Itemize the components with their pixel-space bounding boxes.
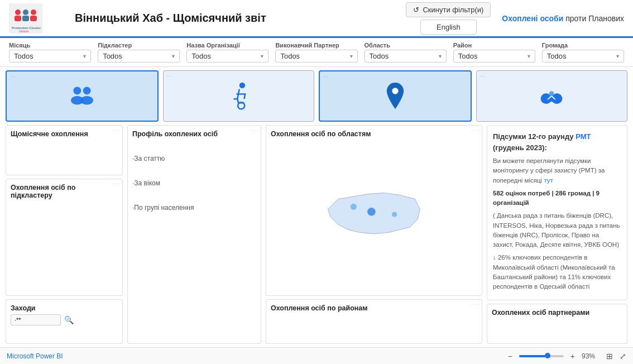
oblast-select[interactable]: Todos ▾ — [365, 50, 447, 63]
month-label: Місяць — [9, 42, 91, 49]
loading-indicator: · · · — [10, 74, 15, 80]
handshake-icon — [537, 82, 566, 111]
loading-dots: · · · — [112, 127, 119, 133]
oblast-filter: Область Todos ▾ — [365, 42, 447, 63]
org-label: Назва Організації — [186, 42, 268, 49]
subcluster-coverage-card: · · · Охоплення осіб по підкластеру — [6, 179, 123, 296]
svg-point-10 — [83, 87, 90, 95]
svg-point-3 — [31, 9, 36, 15]
rayon-coverage-title: Охоплення осіб по районам — [271, 304, 477, 312]
loading-indicator: · · · — [323, 74, 328, 80]
org-filter: Назва Організації Todos ▾ — [186, 42, 268, 63]
hromada-select[interactable]: Todos ▾ — [542, 50, 624, 63]
rayon-select[interactable]: Todos ▾ — [453, 50, 535, 63]
pmt-orgs-text: ( Данська рада з питань біженців (DRC), … — [493, 211, 621, 250]
footer: Microsoft Power BI − + 93% ⊞ ⤢ — [0, 347, 633, 364]
subcluster-label: Підкластер — [98, 42, 180, 49]
chevron-down-icon: ▾ — [350, 53, 353, 59]
hromada-label: Громада — [542, 42, 624, 49]
measures-card: Заходи 🔍 — [6, 299, 123, 344]
by-sex-label: ·За статтю — [132, 155, 256, 162]
svg-point-9 — [73, 87, 81, 95]
pmt-card: Підсумки 12-го раунду РМТ (грудень 2023)… — [487, 125, 627, 300]
loading-dots: · · · — [472, 127, 479, 133]
footer-right: − + 93% ⊞ ⤢ — [508, 352, 626, 361]
pmt-stats-text: 582 оцінок потреб | 286 громад | 9 орган… — [493, 189, 621, 208]
chevron-down-icon: ▾ — [172, 53, 175, 59]
chevron-down-icon: ▾ — [616, 53, 619, 59]
subcluster-coverage-title: Охоплення осіб по підкластеру — [11, 184, 118, 199]
svg-rect-6 — [30, 16, 37, 21]
expand-icon[interactable]: ⤢ — [620, 352, 626, 361]
powerbi-link[interactable]: Microsoft Power BI — [7, 352, 63, 360]
svg-point-17 — [367, 208, 376, 216]
english-button[interactable]: English — [420, 20, 477, 35]
loading-dots: · · · — [251, 127, 258, 133]
chevron-down-icon: ▾ — [83, 53, 86, 59]
monthly-coverage-card: · · · Щомісячне охоплення — [6, 125, 123, 175]
filter-bar: Місяць Todos ▾ Підкластер Todos ▾ Назва … — [0, 38, 633, 67]
pmt-title: Підсумки 12-го раунду РМТ (грудень 2023)… — [493, 131, 621, 153]
zoom-slider[interactable] — [519, 355, 564, 357]
svg-point-13 — [239, 83, 245, 88]
partners-coverage-title: Охоплених осіб партнерами — [492, 309, 622, 317]
ukraine-map-visual — [321, 184, 427, 245]
covered-persons-link[interactable]: Охоплені особи — [502, 14, 563, 23]
rayon-filter: Район Todos ▾ — [453, 42, 535, 63]
svg-point-1 — [15, 9, 21, 15]
icon-card-people[interactable]: · · · — [6, 70, 159, 122]
rayon-coverage-card: · · · Охоплення осіб по районам — [266, 299, 482, 344]
partner-label: Виконавчий Партнер — [275, 42, 357, 49]
fit-to-window-icon[interactable]: ⊞ — [606, 352, 613, 361]
month-filter: Місяць Todos ▾ — [9, 42, 91, 63]
logo-icon: Protection Cluster Ukraine — [9, 3, 42, 33]
svg-point-12 — [80, 96, 93, 105]
svg-point-2 — [23, 9, 28, 15]
chevron-down-icon: ▾ — [439, 53, 442, 59]
svg-point-15 — [392, 88, 398, 94]
zoom-thumb — [545, 353, 550, 358]
pmt-link[interactable]: РМТ — [576, 132, 591, 141]
header-controls: ↺ Скинути фільтр(и) English — [406, 2, 491, 35]
zoom-level: 93% — [582, 352, 600, 360]
loading-dots: · · · — [472, 301, 479, 307]
people-icon — [68, 82, 97, 111]
header: Protection Cluster Ukraine Вінницький Ха… — [0, 0, 633, 38]
svg-text:Ukraine: Ukraine — [19, 30, 28, 33]
measures-title: Заходи — [11, 304, 118, 312]
pmt-here-link[interactable]: тут — [544, 177, 553, 184]
logo-area: Protection Cluster Ukraine — [9, 3, 70, 33]
icon-card-partnership[interactable]: · · · — [476, 70, 628, 122]
zoom-minus[interactable]: − — [508, 352, 512, 361]
search-icon[interactable]: 🔍 — [64, 315, 74, 324]
partners-coverage-card: Охоплених осіб партнерами — [487, 304, 627, 344]
profile-title: Профіль охоплених осіб — [132, 130, 256, 138]
icon-card-disability[interactable]: · · · — [163, 70, 315, 122]
zoom-plus[interactable]: + — [570, 352, 575, 361]
oblast-coverage-card: · · · Охоплення осіб по областям — [266, 125, 482, 296]
pmt-detail-text: ↓ 26% ключових респондентів в Миколаївсь… — [493, 253, 621, 291]
chevron-down-icon: ▾ — [528, 53, 530, 59]
subcluster-select[interactable]: Todos ▾ — [98, 50, 180, 63]
icon-card-location[interactable]: · · · — [319, 70, 472, 122]
partner-filter: Виконавчий Партнер Todos ▾ — [275, 42, 357, 63]
partner-select[interactable]: Todos ▾ — [275, 50, 357, 63]
svg-rect-5 — [22, 16, 29, 21]
header-coverage-link: Охоплені особи проти Планових — [502, 14, 624, 23]
reset-filter-button[interactable]: ↺ Скинути фільтр(и) — [406, 2, 491, 17]
svg-rect-4 — [15, 16, 21, 21]
loading-indicator: · · · — [167, 73, 172, 79]
rayon-label: Район — [453, 42, 535, 49]
location-pin-icon — [381, 82, 410, 111]
hromada-filter: Громада Todos ▾ — [542, 42, 624, 63]
org-select[interactable]: Todos ▾ — [186, 50, 268, 63]
monthly-coverage-title: Щомісячне охоплення — [11, 130, 118, 138]
pmt-intro-text: Ви можете переглянути підсумки моніторин… — [493, 156, 621, 185]
page-title: Вінницький Хаб - Щомісячний звіт — [75, 12, 406, 25]
svg-point-18 — [351, 204, 357, 210]
by-population-label: ·По групі населення — [132, 204, 256, 212]
measures-input[interactable] — [11, 314, 61, 325]
oblast-label: Область — [365, 42, 447, 49]
oblast-coverage-title: Охоплення осіб по областям — [271, 130, 477, 138]
month-select[interactable]: Todos ▾ — [9, 50, 91, 63]
